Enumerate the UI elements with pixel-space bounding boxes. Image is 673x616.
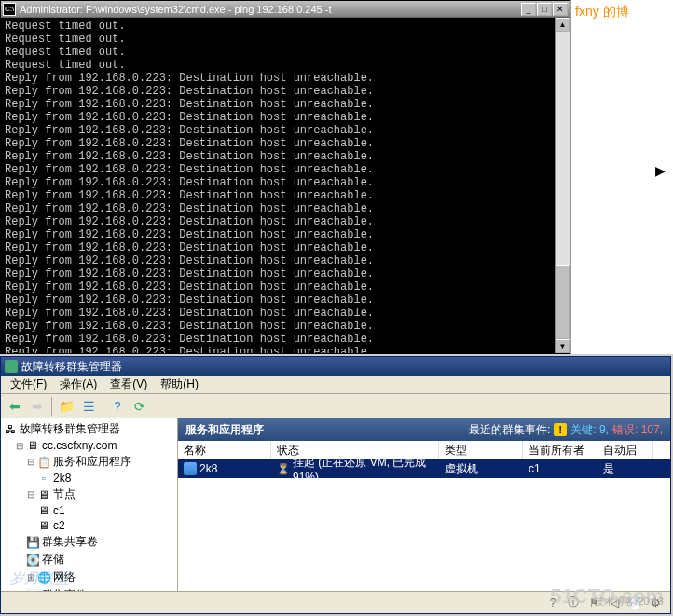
tree-label: cc.cscfxny.com	[42, 439, 117, 452]
tree-label: 节点	[53, 486, 76, 502]
help-icon[interactable]: ?	[545, 595, 560, 610]
forward-button[interactable]: ➡	[27, 396, 48, 417]
table-row[interactable]: 2k8 ⏳挂起 (正在还原 VM, 已完成 91%) 虚拟机 c1 是	[178, 459, 670, 478]
cluster-titlebar[interactable]: 故障转移群集管理器	[1, 357, 670, 376]
nodes-icon: 🖥	[36, 488, 51, 501]
tree-label: c1	[53, 504, 65, 517]
arrow-icon[interactable]: ▶	[655, 163, 666, 178]
cmd-scrollbar[interactable]: ▲ ▼	[555, 18, 570, 353]
expander-icon[interactable]: ⊟	[14, 441, 25, 451]
menu-action[interactable]: 操作(A)	[54, 375, 103, 394]
node-icon: 🖥	[36, 504, 51, 517]
info-icon[interactable]: ⓘ	[566, 595, 581, 610]
col-name[interactable]: 名称	[178, 441, 271, 459]
divider	[103, 397, 103, 416]
cmd-titlebar[interactable]: C:\ Administrator: F:\windows\system32\c…	[1, 1, 570, 18]
tree-shared-volumes[interactable]: 💾群集共享卷	[3, 533, 175, 551]
divider	[51, 397, 52, 416]
cluster-icon	[5, 360, 18, 373]
event-summary: 最近的群集事件: ! 关键: 9, 错误: 107,	[469, 422, 663, 438]
cmd-title: Administrator: F:\windows\system32\cmd.e…	[20, 4, 521, 15]
flag-icon[interactable]: ⚑	[586, 595, 601, 610]
content-pane: 服务和应用程序 最近的群集事件: ! 关键: 9, 错误: 107, 名称 状态…	[178, 418, 670, 613]
vm-icon: ▫	[36, 472, 51, 485]
critical-count[interactable]: 关键: 9,	[570, 422, 609, 438]
right-header: fxny 的博	[571, 0, 673, 24]
expander-icon[interactable]: ⊞	[25, 572, 36, 582]
hourglass-icon: ⏳	[277, 463, 290, 475]
menubar: 文件(F) 操作(A) 查看(V) 帮助(H)	[1, 376, 670, 394]
scroll-down-button[interactable]: ▼	[556, 339, 570, 353]
domain-icon: 🖥	[25, 439, 40, 452]
warning-icon: !	[554, 423, 567, 436]
cluster-root-icon: 🖧	[3, 423, 18, 436]
cluster-title: 故障转移群集管理器	[21, 359, 122, 375]
expander-icon[interactable]: ⊟	[25, 457, 36, 467]
content-title: 服务和应用程序	[185, 422, 264, 438]
tree-label: 故障转移群集管理器	[20, 421, 120, 437]
recent-events-label: 最近的群集事件:	[469, 422, 550, 438]
tree-label: 存储	[42, 552, 64, 568]
error-count[interactable]: 错误: 107,	[612, 422, 663, 438]
tree-nodes[interactable]: ⊟🖥节点	[3, 486, 175, 503]
list-button[interactable]: ☰	[78, 396, 99, 417]
cell-autostart: 是	[597, 459, 653, 479]
settings-icon[interactable]: ⚙	[648, 595, 663, 610]
close-button[interactable]: ✕	[553, 3, 568, 16]
tree-label: 服务和应用程序	[53, 454, 131, 470]
up-button[interactable]: 📁	[56, 396, 76, 417]
menu-file[interactable]: 文件(F)	[5, 375, 52, 394]
statusbar: ? ⓘ ⚑ ◁ 📄 ⚙	[1, 591, 670, 613]
tree-node-c1[interactable]: 🖥c1	[3, 503, 175, 518]
doc-icon[interactable]: 📄	[627, 595, 642, 610]
refresh-button[interactable]: ⟳	[130, 396, 150, 417]
menu-help[interactable]: 帮助(H)	[155, 375, 204, 394]
back-button[interactable]: ⬅	[5, 396, 25, 417]
minimize-button[interactable]: _	[521, 3, 536, 16]
cmd-output: Request timed out. Request timed out. Re…	[1, 18, 570, 353]
menu-view[interactable]: 查看(V)	[104, 375, 153, 394]
cell-owner: c1	[523, 460, 597, 477]
cluster-window: 故障转移群集管理器 文件(F) 操作(A) 查看(V) 帮助(H) ⬅ ➡ 📁 …	[0, 356, 671, 614]
tree-label: 2k8	[53, 472, 71, 485]
col-owner[interactable]: 当前所有者	[523, 441, 597, 459]
tree-pane: 🖧故障转移群集管理器 ⊟🖥cc.cscfxny.com ⊟📋服务和应用程序 ▫2…	[1, 418, 178, 613]
cmd-icon: C:\	[3, 3, 16, 16]
help-button[interactable]: ?	[107, 396, 128, 417]
scroll-thumb[interactable]	[556, 265, 570, 339]
maximize-button[interactable]: □	[537, 3, 552, 16]
volumes-icon: 💾	[25, 536, 40, 549]
scroll-track[interactable]	[556, 32, 570, 339]
storage-icon: 💽	[25, 554, 40, 567]
scroll-up-button[interactable]: ▲	[556, 18, 570, 32]
services-icon: 📋	[36, 456, 51, 469]
cluster-body: 🖧故障转移群集管理器 ⊟🖥cc.cscfxny.com ⊟📋服务和应用程序 ▫2…	[1, 418, 670, 613]
back-icon[interactable]: ◁	[607, 595, 622, 610]
cell-status: ⏳挂起 (正在还原 VM, 已完成 91%)	[271, 453, 439, 486]
network-icon: 🌐	[36, 571, 51, 584]
tree-storage[interactable]: 💽存储	[3, 551, 175, 568]
tree-network[interactable]: ⊞🌐网络	[3, 568, 175, 586]
cmd-window: C:\ Administrator: F:\windows\system32\c…	[0, 0, 570, 354]
tree-root[interactable]: 🖧故障转移群集管理器	[3, 420, 175, 438]
row-name: 2k8	[199, 462, 217, 475]
toolbar: ⬅ ➡ 📁 ☰ ? ⟳	[1, 394, 670, 418]
vm-icon	[184, 462, 197, 475]
col-autostart[interactable]: 自动启动	[597, 441, 653, 459]
cell-type: 虚拟机	[439, 459, 523, 479]
tree-label: 群集共享卷	[42, 534, 98, 550]
right-pane: fxny 的博 ▶	[570, 0, 673, 354]
tree-domain[interactable]: ⊟🖥cc.cscfxny.com	[3, 438, 175, 453]
tree-vm-2k8[interactable]: ▫2k8	[3, 471, 175, 486]
expander-icon[interactable]: ⊟	[25, 489, 36, 500]
tree-services[interactable]: ⊟📋服务和应用程序	[3, 453, 175, 471]
tree-label: c2	[53, 519, 65, 532]
col-type[interactable]: 类型	[439, 441, 523, 459]
cell-name: 2k8	[178, 460, 271, 477]
content-header: 服务和应用程序 最近的群集事件: ! 关键: 9, 错误: 107,	[178, 418, 670, 441]
tree-node-c2[interactable]: 🖥c2	[3, 518, 175, 533]
row-status: 挂起 (正在还原 VM, 已完成 91%)	[293, 455, 433, 484]
tree-label: 网络	[53, 569, 76, 585]
node-icon: 🖥	[36, 519, 51, 532]
